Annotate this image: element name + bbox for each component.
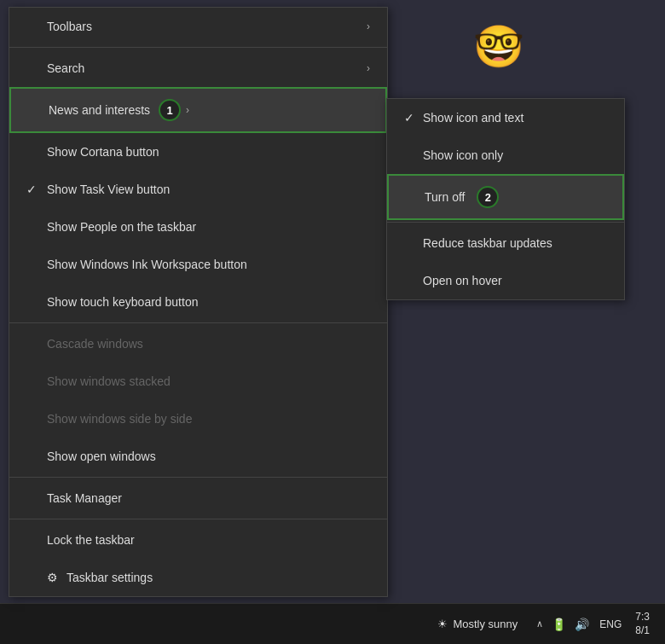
taskbar-lang[interactable]: ENG [594,618,627,630]
menu-label-taskbar-settings: Taskbar settings [66,571,153,584]
separator-3 [9,477,387,478]
menu-item-toolbars[interactable]: Toolbars › [9,8,387,45]
menu-label-task-manager: Task Manager [47,491,122,505]
menu-label-toolbars: Toolbars [47,20,92,33]
menu-item-show-task-view[interactable]: ✓ Show Task View button [9,171,387,208]
gear-icon: ⚙ [47,571,58,584]
submenu-item-open-on-hover[interactable]: Open on hover [387,262,624,299]
menu-item-task-manager[interactable]: Task Manager [9,479,387,517]
taskbar-date: 8/1 [635,624,650,638]
arrow-toolbars: › [367,20,370,32]
submenu-label-show-icon-only: Show icon only [423,148,503,162]
desktop-avatar: 🤓 [469,17,529,77]
menu-label-show-cortana: Show Cortana button [47,145,159,159]
step-badge-1: 1 [159,99,181,121]
taskbar-weather[interactable]: ☀ Mostly sunny [424,618,531,630]
taskbar: ☀ Mostly sunny ∧ 🔋 🔊 ENG 7:3 8/1 [0,603,665,644]
menu-label-show-touch-keyboard: Show touch keyboard button [47,295,198,309]
menu-label-cascade-windows: Cascade windows [47,337,143,351]
menu-item-search[interactable]: Search › [9,49,387,87]
separator-2 [9,322,387,323]
submenu-label-reduce-updates: Reduce taskbar updates [423,236,552,250]
checkmark-task-view: ✓ [26,183,43,196]
separator-4 [9,519,387,519]
check-show-icon-text: ✓ [404,111,423,125]
menu-label-show-open-windows: Show open windows [47,450,156,463]
menu-item-show-open-windows[interactable]: Show open windows [9,438,387,475]
menu-label-show-windows-side: Show windows side by side [47,412,192,426]
taskbar-clock[interactable]: 7:3 8/1 [627,611,658,637]
menu-label-show-windows-ink: Show Windows Ink Workspace button [47,258,247,271]
submenu-separator-1 [387,222,624,223]
menu-item-show-cortana[interactable]: Show Cortana button [9,133,387,171]
taskbar-tray: ∧ 🔋 🔊 [531,618,594,631]
tray-chevron-icon[interactable]: ∧ [536,618,543,629]
submenu-label-turn-off: Turn off [425,190,465,204]
lang-text: ENG [599,618,622,630]
submenu-item-reduce-updates[interactable]: Reduce taskbar updates [387,224,624,262]
weather-icon: ☀ [437,618,448,630]
menu-label-show-windows-stacked: Show windows stacked [47,374,171,388]
weather-text: Mostly sunny [453,618,518,630]
menu-label-show-people: Show People on the taskbar [47,220,196,234]
menu-item-taskbar-settings[interactable]: ⚙ Taskbar settings [9,559,387,596]
menu-item-news-and-interests[interactable]: News and interests 1 › [9,87,387,133]
submenu-item-turn-off[interactable]: Turn off 2 [387,174,624,220]
menu-label-news-and-interests: News and interests [49,103,150,117]
volume-icon[interactable]: 🔊 [575,618,589,631]
menu-label-search: Search [47,61,84,75]
submenu-item-show-icon-text[interactable]: ✓ Show icon and text [387,99,624,136]
submenu-label-show-icon-text: Show icon and text [423,111,523,125]
arrow-news: › [186,104,189,116]
menu-label-lock-taskbar: Lock the taskbar [47,533,135,547]
battery-icon[interactable]: 🔋 [552,618,566,631]
menu-item-cascade-windows: Cascade windows [9,325,387,363]
separator-1 [9,47,387,48]
submenu-label-open-on-hover: Open on hover [423,274,502,287]
submenu-news-interests: ✓ Show icon and text Show icon only Turn… [386,98,625,300]
context-menu: Toolbars › Search › News and interests 1… [9,7,388,597]
taskbar-time: 7:3 [635,611,650,624]
step-badge-2: 2 [477,186,499,208]
menu-item-show-touch-keyboard[interactable]: Show touch keyboard button [9,283,387,321]
menu-item-show-people[interactable]: Show People on the taskbar [9,208,387,246]
menu-item-show-windows-ink[interactable]: Show Windows Ink Workspace button [9,246,387,283]
menu-item-lock-taskbar[interactable]: Lock the taskbar [9,521,387,559]
submenu-item-show-icon-only[interactable]: Show icon only [387,136,624,174]
menu-item-show-windows-side: Show windows side by side [9,400,387,438]
menu-label-show-task-view: Show Task View button [47,183,170,196]
menu-item-show-windows-stacked: Show windows stacked [9,363,387,400]
arrow-search: › [367,62,370,74]
